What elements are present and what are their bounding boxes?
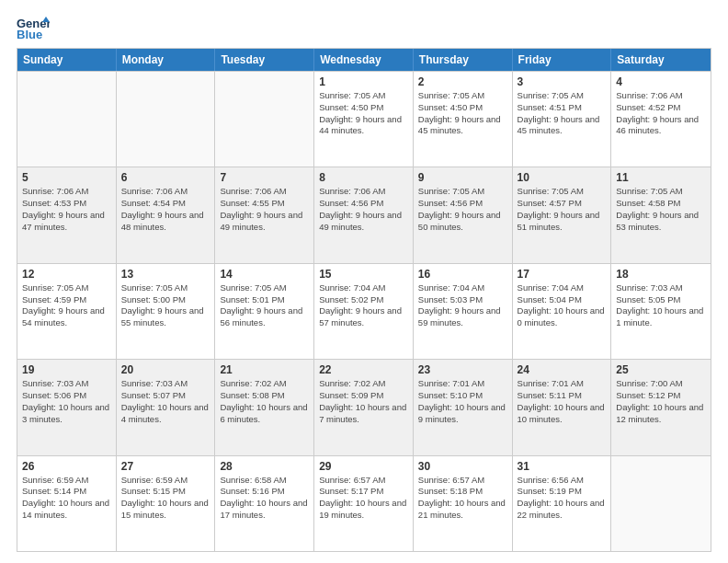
day-number: 19 — [22, 363, 111, 376]
header-cell-sunday: Sunday — [17, 49, 117, 71]
day-cell-5: 5Sunrise: 7:06 AMSunset: 4:53 PMDaylight… — [17, 167, 117, 262]
day-info: Sunrise: 7:04 AMSunset: 5:04 PMDaylight:… — [518, 282, 607, 329]
day-info: Sunrise: 7:02 AMSunset: 5:09 PMDaylight:… — [319, 378, 408, 425]
day-cell-6: 6Sunrise: 7:06 AMSunset: 4:54 PMDaylight… — [117, 167, 216, 262]
day-info: Sunrise: 7:06 AMSunset: 4:53 PMDaylight:… — [22, 186, 111, 233]
day-number: 6 — [121, 171, 210, 184]
day-cell-18: 18Sunrise: 7:03 AMSunset: 5:05 PMDayligh… — [611, 264, 711, 359]
day-info: Sunrise: 7:02 AMSunset: 5:08 PMDaylight:… — [220, 378, 309, 425]
empty-cell — [611, 456, 711, 551]
day-cell-22: 22Sunrise: 7:02 AMSunset: 5:09 PMDayligh… — [314, 360, 414, 454]
page: General Blue SundayMondayTuesdayWednesda… — [0, 0, 728, 563]
day-cell-7: 7Sunrise: 7:06 AMSunset: 4:55 PMDaylight… — [215, 167, 314, 262]
day-number: 7 — [220, 171, 309, 184]
header-cell-thursday: Thursday — [414, 49, 513, 71]
day-number: 15 — [319, 268, 408, 281]
day-cell-21: 21Sunrise: 7:02 AMSunset: 5:08 PMDayligh… — [215, 360, 314, 454]
day-cell-26: 26Sunrise: 6:59 AMSunset: 5:14 PMDayligh… — [17, 456, 117, 551]
calendar-header: SundayMondayTuesdayWednesdayThursdayFrid… — [17, 49, 711, 71]
day-info: Sunrise: 7:06 AMSunset: 4:52 PMDaylight:… — [616, 90, 706, 137]
day-number: 25 — [616, 363, 706, 376]
header-cell-friday: Friday — [513, 49, 612, 71]
day-cell-16: 16Sunrise: 7:04 AMSunset: 5:03 PMDayligh… — [414, 264, 513, 359]
day-number: 20 — [121, 363, 210, 376]
header-cell-tuesday: Tuesday — [215, 49, 314, 71]
calendar-row-4: 19Sunrise: 7:03 AMSunset: 5:06 PMDayligh… — [17, 359, 711, 454]
header: General Blue — [17, 15, 711, 40]
day-info: Sunrise: 7:04 AMSunset: 5:02 PMDaylight:… — [319, 282, 408, 329]
day-cell-28: 28Sunrise: 6:58 AMSunset: 5:16 PMDayligh… — [215, 456, 314, 551]
calendar-row-5: 26Sunrise: 6:59 AMSunset: 5:14 PMDayligh… — [17, 455, 711, 551]
day-number: 24 — [518, 363, 607, 376]
day-cell-4: 4Sunrise: 7:06 AMSunset: 4:52 PMDaylight… — [611, 72, 711, 167]
day-cell-31: 31Sunrise: 6:56 AMSunset: 5:19 PMDayligh… — [513, 456, 612, 551]
day-cell-13: 13Sunrise: 7:05 AMSunset: 5:00 PMDayligh… — [117, 264, 216, 359]
day-info: Sunrise: 7:05 AMSunset: 4:50 PMDaylight:… — [418, 90, 507, 137]
day-info: Sunrise: 7:05 AMSunset: 4:59 PMDaylight:… — [22, 282, 111, 329]
header-cell-saturday: Saturday — [611, 49, 711, 71]
empty-cell — [117, 72, 216, 167]
day-cell-8: 8Sunrise: 7:06 AMSunset: 4:56 PMDaylight… — [314, 167, 414, 262]
calendar: SundayMondayTuesdayWednesdayThursdayFrid… — [17, 48, 711, 552]
day-number: 21 — [220, 363, 309, 376]
day-number: 22 — [319, 363, 408, 376]
day-number: 16 — [418, 268, 507, 281]
day-number: 5 — [22, 171, 111, 184]
day-info: Sunrise: 7:05 AMSunset: 4:51 PMDaylight:… — [518, 90, 607, 137]
empty-cell — [215, 72, 314, 167]
day-number: 3 — [518, 75, 607, 88]
day-number: 12 — [22, 268, 111, 281]
day-cell-2: 2Sunrise: 7:05 AMSunset: 4:50 PMDaylight… — [414, 72, 513, 167]
day-cell-11: 11Sunrise: 7:05 AMSunset: 4:58 PMDayligh… — [611, 167, 711, 262]
day-info: Sunrise: 7:03 AMSunset: 5:06 PMDaylight:… — [22, 378, 111, 425]
day-cell-29: 29Sunrise: 6:57 AMSunset: 5:17 PMDayligh… — [314, 456, 414, 551]
day-number: 14 — [220, 268, 309, 281]
day-info: Sunrise: 6:59 AMSunset: 5:15 PMDaylight:… — [121, 475, 210, 522]
day-cell-24: 24Sunrise: 7:01 AMSunset: 5:11 PMDayligh… — [513, 360, 612, 454]
day-number: 17 — [518, 268, 607, 281]
day-cell-3: 3Sunrise: 7:05 AMSunset: 4:51 PMDaylight… — [513, 72, 612, 167]
day-info: Sunrise: 7:03 AMSunset: 5:07 PMDaylight:… — [121, 378, 210, 425]
day-info: Sunrise: 6:58 AMSunset: 5:16 PMDaylight:… — [220, 475, 309, 522]
calendar-row-3: 12Sunrise: 7:05 AMSunset: 4:59 PMDayligh… — [17, 263, 711, 359]
day-info: Sunrise: 7:06 AMSunset: 4:56 PMDaylight:… — [319, 186, 408, 233]
day-number: 13 — [121, 268, 210, 281]
day-number: 9 — [418, 171, 507, 184]
day-number: 23 — [418, 363, 507, 376]
calendar-row-2: 5Sunrise: 7:06 AMSunset: 4:53 PMDaylight… — [17, 167, 711, 262]
header-cell-monday: Monday — [117, 49, 216, 71]
day-number: 27 — [121, 460, 210, 473]
day-info: Sunrise: 7:05 AMSunset: 5:00 PMDaylight:… — [121, 282, 210, 329]
logo-icon: General Blue — [17, 15, 50, 40]
day-cell-1: 1Sunrise: 7:05 AMSunset: 4:50 PMDaylight… — [314, 72, 414, 167]
day-info: Sunrise: 7:03 AMSunset: 5:05 PMDaylight:… — [616, 282, 706, 329]
day-number: 29 — [319, 460, 408, 473]
day-number: 10 — [518, 171, 607, 184]
day-number: 11 — [616, 171, 706, 184]
day-number: 8 — [319, 171, 408, 184]
day-info: Sunrise: 7:05 AMSunset: 5:01 PMDaylight:… — [220, 282, 309, 329]
day-cell-20: 20Sunrise: 7:03 AMSunset: 5:07 PMDayligh… — [117, 360, 216, 454]
day-info: Sunrise: 7:05 AMSunset: 4:58 PMDaylight:… — [616, 186, 706, 233]
svg-text:Blue: Blue — [17, 28, 42, 40]
day-info: Sunrise: 7:06 AMSunset: 4:55 PMDaylight:… — [220, 186, 309, 233]
empty-cell — [17, 72, 117, 167]
day-info: Sunrise: 7:01 AMSunset: 5:11 PMDaylight:… — [518, 378, 607, 425]
day-number: 28 — [220, 460, 309, 473]
day-cell-14: 14Sunrise: 7:05 AMSunset: 5:01 PMDayligh… — [215, 264, 314, 359]
day-cell-10: 10Sunrise: 7:05 AMSunset: 4:57 PMDayligh… — [513, 167, 612, 262]
day-number: 26 — [22, 460, 111, 473]
calendar-body: 1Sunrise: 7:05 AMSunset: 4:50 PMDaylight… — [17, 71, 711, 551]
day-cell-30: 30Sunrise: 6:57 AMSunset: 5:18 PMDayligh… — [414, 456, 513, 551]
day-info: Sunrise: 7:05 AMSunset: 4:56 PMDaylight:… — [418, 186, 507, 233]
header-cell-wednesday: Wednesday — [314, 49, 414, 71]
day-info: Sunrise: 7:05 AMSunset: 4:50 PMDaylight:… — [319, 90, 408, 137]
day-info: Sunrise: 6:59 AMSunset: 5:14 PMDaylight:… — [22, 475, 111, 522]
day-cell-12: 12Sunrise: 7:05 AMSunset: 4:59 PMDayligh… — [17, 264, 117, 359]
day-info: Sunrise: 7:04 AMSunset: 5:03 PMDaylight:… — [418, 282, 507, 329]
day-info: Sunrise: 6:56 AMSunset: 5:19 PMDaylight:… — [518, 475, 607, 522]
day-info: Sunrise: 7:01 AMSunset: 5:10 PMDaylight:… — [418, 378, 507, 425]
day-cell-17: 17Sunrise: 7:04 AMSunset: 5:04 PMDayligh… — [513, 264, 612, 359]
day-number: 18 — [616, 268, 706, 281]
day-cell-23: 23Sunrise: 7:01 AMSunset: 5:10 PMDayligh… — [414, 360, 513, 454]
